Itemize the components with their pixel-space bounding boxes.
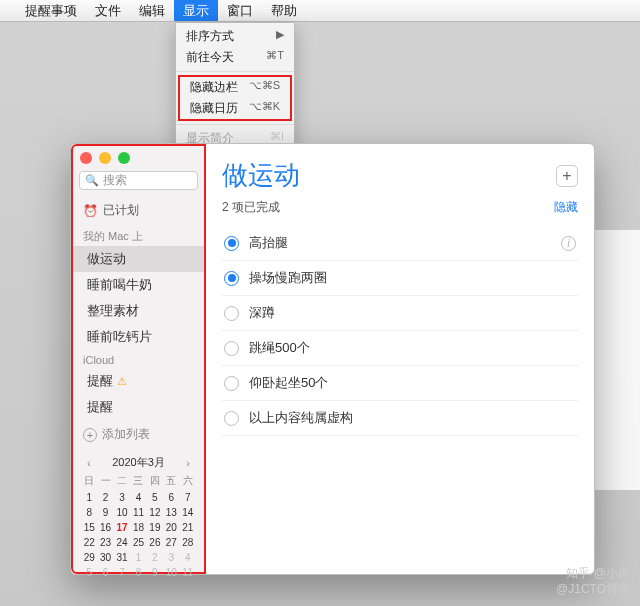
cal-day[interactable]: 11 (130, 505, 146, 520)
cal-day[interactable]: 11 (180, 565, 196, 580)
todo-item[interactable]: 深蹲 (222, 296, 578, 331)
menubar-file[interactable]: 文件 (86, 0, 130, 21)
cal-day[interactable]: 9 (147, 565, 163, 580)
info-icon[interactable]: i (561, 236, 576, 251)
cal-day[interactable]: 8 (81, 505, 97, 520)
cal-day[interactable]: 19 (147, 520, 163, 535)
cal-title: 2020年3月 (112, 455, 165, 470)
cal-day[interactable]: 13 (163, 505, 179, 520)
menu-hide-sidebar[interactable]: 隐藏边栏⌥⌘S (180, 77, 290, 98)
cal-day[interactable]: 6 (97, 565, 113, 580)
cal-day[interactable]: 17 (114, 520, 130, 535)
cal-day[interactable]: 7 (180, 490, 196, 505)
cal-day[interactable]: 24 (114, 535, 130, 550)
completed-count: 2 项已完成 (222, 199, 280, 216)
cal-day[interactable]: 2 (97, 490, 113, 505)
menu-sort[interactable]: 排序方式▶ (176, 26, 294, 47)
todo-list: 高抬腿i操场慢跑两圈深蹲跳绳500个仰卧起坐50个以上内容纯属虚构 (222, 226, 578, 436)
cal-day[interactable]: 10 (114, 505, 130, 520)
sidebar-item-milk[interactable]: 睡前喝牛奶 (73, 272, 204, 298)
cal-day[interactable]: 5 (147, 490, 163, 505)
todo-radio[interactable] (224, 341, 239, 356)
cal-next[interactable]: › (186, 457, 190, 469)
calendar-grid[interactable]: 日一二三四五六123456789101112131415161718192021… (81, 472, 196, 580)
menubar-edit[interactable]: 编辑 (130, 0, 174, 21)
cal-day[interactable]: 23 (97, 535, 113, 550)
cal-day[interactable]: 18 (130, 520, 146, 535)
cal-day[interactable]: 4 (180, 550, 196, 565)
hide-completed-button[interactable]: 隐藏 (554, 199, 578, 216)
todo-item[interactable]: 仰卧起坐50个 (222, 366, 578, 401)
cal-day[interactable]: 31 (114, 550, 130, 565)
cal-day[interactable]: 29 (81, 550, 97, 565)
cal-day[interactable]: 1 (81, 490, 97, 505)
add-list-button[interactable]: + 添加列表 (73, 420, 204, 449)
cal-day[interactable]: 4 (130, 490, 146, 505)
sidebar-scheduled[interactable]: ⏰ 已计划 (73, 196, 204, 225)
cal-day[interactable]: 27 (163, 535, 179, 550)
todo-item[interactable]: 操场慢跑两圈 (222, 261, 578, 296)
todo-radio[interactable] (224, 376, 239, 391)
list-title: 做运动 (222, 158, 300, 193)
cal-day[interactable]: 28 (180, 535, 196, 550)
todo-radio[interactable] (224, 236, 239, 251)
cal-day[interactable]: 14 (180, 505, 196, 520)
cal-day[interactable]: 8 (130, 565, 146, 580)
sidebar-item-reminder-warn[interactable]: 提醒⚠ (73, 368, 204, 394)
cal-day[interactable]: 21 (180, 520, 196, 535)
cal-day[interactable]: 25 (130, 535, 146, 550)
todo-radio[interactable] (224, 411, 239, 426)
todo-text: 操场慢跑两圈 (249, 269, 327, 287)
cal-day[interactable]: 22 (81, 535, 97, 550)
menu-hide-calendar[interactable]: 隐藏日历⌥⌘K (180, 98, 290, 119)
todo-item[interactable]: 以上内容纯属虚构 (222, 401, 578, 436)
sidebar-list-mac: 做运动 睡前喝牛奶 整理素材 睡前吃钙片 (73, 246, 204, 350)
menubar-view[interactable]: 显示 (174, 0, 218, 21)
sidebar-item-calcium[interactable]: 睡前吃钙片 (73, 324, 204, 350)
reminders-window: 🔍 搜索 ⏰ 已计划 我的 Mac 上 做运动 睡前喝牛奶 整理素材 睡前吃钙片… (70, 143, 595, 575)
todo-item[interactable]: 跳绳500个 (222, 331, 578, 366)
cal-prev[interactable]: ‹ (87, 457, 91, 469)
todo-text: 仰卧起坐50个 (249, 374, 328, 392)
menubar: 提醒事项 文件 编辑 显示 窗口 帮助 (0, 0, 640, 22)
cal-day[interactable]: 20 (163, 520, 179, 535)
section-header-mac: 我的 Mac 上 (73, 225, 204, 246)
cal-day[interactable]: 2 (147, 550, 163, 565)
menubar-app[interactable]: 提醒事项 (16, 0, 86, 21)
cal-day[interactable]: 5 (81, 565, 97, 580)
cal-day[interactable]: 15 (81, 520, 97, 535)
menu-go-today[interactable]: 前往今天⌘T (176, 47, 294, 68)
todo-text: 高抬腿 (249, 234, 288, 252)
cal-day[interactable]: 12 (147, 505, 163, 520)
search-icon: 🔍 (85, 174, 99, 187)
cal-day[interactable]: 9 (97, 505, 113, 520)
zoom-button[interactable] (118, 152, 130, 164)
todo-text: 跳绳500个 (249, 339, 310, 357)
cal-day[interactable]: 26 (147, 535, 163, 550)
cal-day[interactable]: 16 (97, 520, 113, 535)
cal-day[interactable]: 6 (163, 490, 179, 505)
cal-day[interactable]: 10 (163, 565, 179, 580)
cal-day[interactable]: 30 (97, 550, 113, 565)
todo-radio[interactable] (224, 306, 239, 321)
cal-day[interactable]: 7 (114, 565, 130, 580)
cal-day[interactable]: 3 (163, 550, 179, 565)
menubar-window[interactable]: 窗口 (218, 0, 262, 21)
search-input[interactable]: 🔍 搜索 (79, 171, 198, 190)
minimize-button[interactable] (99, 152, 111, 164)
menubar-help[interactable]: 帮助 (262, 0, 306, 21)
warning-icon: ⚠ (117, 375, 127, 388)
todo-radio[interactable] (224, 271, 239, 286)
sidebar-list-icloud: 提醒⚠ 提醒 (73, 368, 204, 420)
cal-day[interactable]: 3 (114, 490, 130, 505)
clock-icon: ⏰ (83, 204, 98, 218)
close-button[interactable] (80, 152, 92, 164)
sidebar-item-reminder[interactable]: 提醒 (73, 394, 204, 420)
sidebar-item-materials[interactable]: 整理素材 (73, 298, 204, 324)
main-pane: 做运动 + 2 项已完成 隐藏 高抬腿i操场慢跑两圈深蹲跳绳500个仰卧起坐50… (206, 144, 594, 574)
sidebar-item-exercise[interactable]: 做运动 (73, 246, 204, 272)
cal-day[interactable]: 1 (130, 550, 146, 565)
todo-item[interactable]: 高抬腿i (222, 226, 578, 261)
todo-text: 以上内容纯属虚构 (249, 409, 353, 427)
add-reminder-button[interactable]: + (556, 165, 578, 187)
